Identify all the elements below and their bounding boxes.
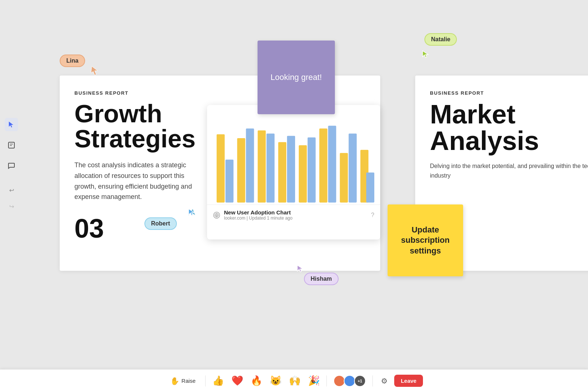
robert-cursor-icon [188, 208, 195, 216]
raise-icon: ✋ [170, 377, 179, 385]
undo-redo-group: ↩ ↪ [5, 183, 18, 213]
svg-rect-14 [328, 126, 336, 202]
chart-source-icon [213, 211, 220, 219]
svg-rect-13 [319, 129, 328, 203]
redo-button[interactable]: ↪ [5, 200, 18, 213]
sticky-note-yellow[interactable]: Update subscription settings [388, 204, 463, 276]
chart-embed[interactable]: New User Adoption Chart looker.com | Upd… [207, 105, 380, 239]
chart-area [207, 105, 380, 204]
wave-button[interactable]: 🙌 [287, 374, 303, 388]
svg-rect-10 [287, 136, 295, 203]
chart-info-button[interactable]: ? [371, 212, 374, 218]
avatar-count: +1 [354, 375, 366, 387]
sticky-purple-text: Looking great! [270, 73, 322, 82]
svg-rect-6 [246, 129, 254, 203]
raise-label: Raise [182, 378, 196, 384]
svg-rect-0 [8, 142, 14, 148]
settings-button[interactable]: ⚙ [377, 374, 391, 388]
chart-title: New User Adoption Chart [224, 209, 293, 216]
lina-cursor-group: Lina [60, 55, 85, 67]
chart-source: looker.com | Updated 1 minute ago [224, 216, 293, 221]
report2-title: MarketAnalysis [430, 101, 588, 154]
svg-rect-12 [308, 137, 316, 203]
report2-description: Delving into the market potential, and p… [430, 161, 588, 180]
toolbar-separator-2 [326, 375, 327, 386]
toolbar-separator-1 [205, 375, 206, 386]
lina-cursor-arrow [90, 66, 99, 76]
undo-button[interactable]: ↩ [5, 183, 18, 197]
heart-button[interactable]: ❤️ [229, 374, 245, 388]
cursor-tool[interactable] [5, 118, 18, 131]
thumbs-up-button[interactable]: 👍 [210, 374, 226, 388]
svg-rect-5 [237, 138, 245, 203]
hisham-cursor-group: Hisham [304, 273, 339, 285]
sidebar: ↩ ↪ [0, 0, 23, 392]
svg-rect-3 [217, 134, 225, 203]
report1-description: The cost analysis indicates a strategic … [74, 160, 200, 202]
toolbar-separator-3 [372, 375, 373, 386]
hisham-badge: Hisham [304, 273, 339, 285]
natalie-cursor-group: Natalie [424, 33, 457, 46]
sticky-note-purple[interactable]: Looking great! [258, 41, 335, 114]
avatar-group: +1 [331, 375, 368, 387]
lina-badge: Lina [60, 55, 85, 67]
svg-rect-15 [340, 153, 348, 202]
svg-rect-16 [349, 133, 357, 202]
robert-cursor-group: Robert [144, 217, 177, 230]
bottom-toolbar: ✋ Raise 👍 ❤️ 🔥 😺 🙌 🎉 +1 ⚙ Leave [0, 369, 588, 392]
svg-rect-11 [299, 145, 307, 203]
svg-rect-9 [278, 142, 286, 203]
svg-rect-18 [366, 172, 374, 202]
natalie-badge: Natalie [424, 33, 457, 46]
hisham-cursor-icon [297, 265, 304, 273]
bar-chart-svg [213, 111, 374, 204]
chart-info-text: New User Adoption Chart looker.com | Upd… [224, 209, 293, 221]
natalie-cursor-icon [422, 50, 429, 58]
canvas[interactable]: BUSINESS REPORT GrowthStrategies The cos… [23, 0, 588, 370]
comment-tool[interactable] [5, 159, 18, 172]
party-button[interactable]: 🎉 [306, 374, 322, 388]
leave-button[interactable]: Leave [394, 375, 423, 387]
chart-footer: New User Adoption Chart looker.com | Upd… [207, 204, 380, 225]
raise-button[interactable]: ✋ Raise [165, 374, 201, 388]
report2-label: BUSINESS REPORT [430, 90, 588, 96]
sticky-yellow-text: Update subscription settings [393, 225, 457, 256]
svg-rect-7 [258, 130, 266, 203]
svg-rect-4 [225, 160, 234, 202]
svg-rect-8 [266, 133, 274, 202]
note-tool[interactable] [5, 139, 18, 152]
robert-badge: Robert [144, 217, 177, 230]
cat-button[interactable]: 😺 [267, 374, 284, 388]
fire-button[interactable]: 🔥 [248, 374, 265, 388]
